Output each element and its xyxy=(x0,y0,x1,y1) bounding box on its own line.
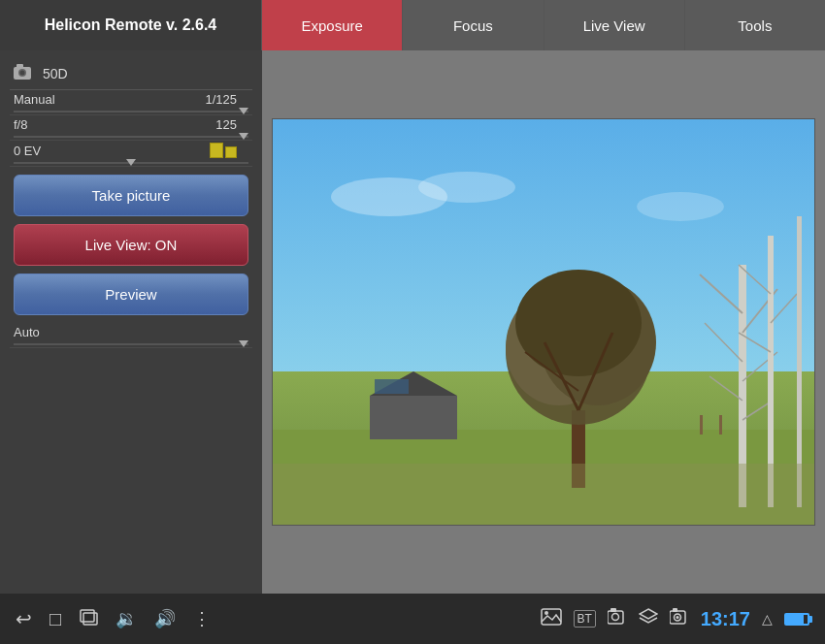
tab-bar: Exposure Focus Live View Tools xyxy=(262,0,825,50)
svg-rect-7 xyxy=(370,396,457,439)
camera-icon[interactable] xyxy=(670,608,689,629)
ev-row: 0 EV xyxy=(10,141,252,167)
ev-slider[interactable] xyxy=(14,162,248,164)
aperture-row: f/8 125 xyxy=(10,115,252,141)
svg-marker-44 xyxy=(640,609,657,619)
take-picture-button[interactable]: Take picture xyxy=(14,175,248,216)
aperture-value: 125 xyxy=(215,117,237,132)
tab-liveview[interactable]: Live View xyxy=(544,0,685,50)
back-icon[interactable]: ↩ xyxy=(16,607,32,630)
image-icon[interactable] xyxy=(541,608,562,629)
svg-rect-37 xyxy=(81,610,94,622)
manual-row: Manual 1/125 xyxy=(10,90,252,115)
main-area: 50D Manual 1/125 f/8 125 xyxy=(0,50,825,594)
camera-model: 50D xyxy=(43,66,68,81)
camera-icon xyxy=(14,64,35,83)
svg-rect-38 xyxy=(83,613,97,625)
battery-icon xyxy=(784,613,809,626)
tab-tools[interactable]: Tools xyxy=(685,0,825,50)
svg-rect-32 xyxy=(719,415,722,435)
home-icon[interactable]: □ xyxy=(50,608,61,630)
svg-point-36 xyxy=(637,192,724,221)
auto-slider[interactable] xyxy=(14,343,248,345)
wifi-icon: △ xyxy=(762,611,773,627)
camera-mode-icon[interactable] xyxy=(608,608,627,629)
shutter-speed-value: 1/125 xyxy=(205,92,237,107)
camera-preview xyxy=(272,118,815,526)
layers-icon[interactable] xyxy=(639,608,658,629)
svg-point-48 xyxy=(676,616,678,619)
aperture-slider[interactable] xyxy=(14,136,248,138)
tab-exposure[interactable]: Exposure xyxy=(262,0,403,50)
preview-button[interactable]: Preview xyxy=(14,274,248,315)
svg-point-35 xyxy=(418,172,515,203)
svg-rect-42 xyxy=(610,608,616,612)
ev-label: 0 EV xyxy=(14,144,82,158)
manual-label: Manual xyxy=(14,92,82,107)
svg-point-40 xyxy=(544,611,548,615)
status-right: BT 13:17 △ xyxy=(541,608,810,630)
tab-focus[interactable]: Focus xyxy=(403,0,544,50)
header: Helicon Remote v. 2.6.4 Exposure Focus L… xyxy=(0,0,825,50)
rt-icon[interactable]: BT xyxy=(574,610,596,628)
camera-row: 50D xyxy=(10,58,252,90)
auto-row: Auto xyxy=(10,323,252,348)
svg-rect-31 xyxy=(700,415,703,435)
aperture-label: f/8 xyxy=(14,117,82,132)
landscape-scene xyxy=(273,119,815,526)
menu-dots-icon[interactable]: ⋮ xyxy=(193,608,211,629)
auto-label: Auto xyxy=(14,325,40,339)
status-time: 13:17 xyxy=(701,608,750,630)
volume-down-icon[interactable]: 🔉 xyxy=(116,608,137,629)
svg-rect-33 xyxy=(273,464,815,526)
volume-up-icon[interactable]: 🔊 xyxy=(154,608,176,629)
recents-icon[interactable] xyxy=(79,608,98,629)
svg-rect-46 xyxy=(673,608,677,612)
svg-rect-1 xyxy=(16,64,23,68)
ev-icon xyxy=(210,143,237,158)
live-view-panel xyxy=(262,50,825,594)
svg-rect-9 xyxy=(375,379,409,394)
status-bar: ↩ □ 🔉 🔊 ⋮ BT xyxy=(0,594,825,644)
svg-point-3 xyxy=(20,71,25,76)
manual-slider[interactable] xyxy=(14,111,248,113)
live-view-button[interactable]: Live View: ON xyxy=(14,224,248,266)
svg-point-43 xyxy=(611,614,618,621)
left-panel: 50D Manual 1/125 f/8 125 xyxy=(0,50,262,594)
svg-point-14 xyxy=(515,270,642,376)
app-title: Helicon Remote v. 2.6.4 xyxy=(0,0,262,50)
